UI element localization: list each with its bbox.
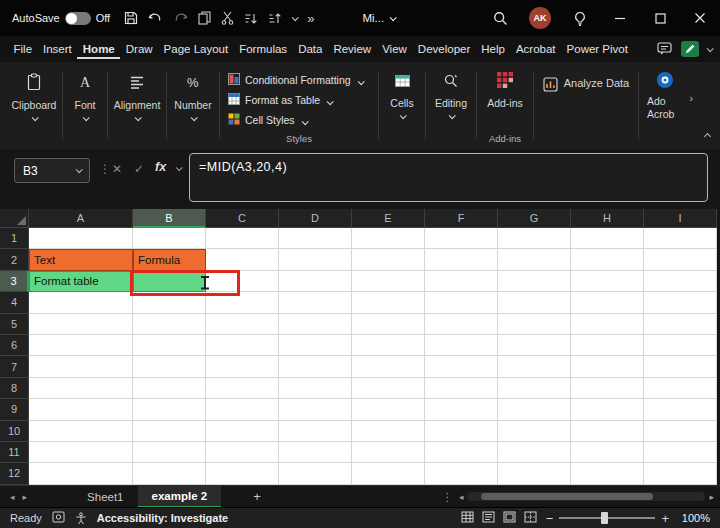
cell-H6[interactable] <box>571 335 644 356</box>
row-header-6[interactable]: 6 <box>0 335 29 356</box>
minimize-icon[interactable] <box>600 0 640 36</box>
cell-G8[interactable] <box>498 378 571 399</box>
cell-H2[interactable] <box>571 249 644 270</box>
cell-C7[interactable] <box>206 356 279 377</box>
column-header-E[interactable]: E <box>352 209 425 228</box>
cell-I3[interactable] <box>644 271 717 292</box>
enter-icon[interactable]: ✓ <box>134 162 144 176</box>
cell-B12[interactable] <box>133 463 206 484</box>
cell-I11[interactable] <box>644 442 717 463</box>
row-header-1[interactable]: 1 <box>0 228 29 249</box>
row-header-3[interactable]: 3 <box>0 271 29 292</box>
cell-D8[interactable] <box>279 378 352 399</box>
cell-E1[interactable] <box>352 228 425 249</box>
cell-A3[interactable]: Format table <box>29 271 133 292</box>
cell-B5[interactable] <box>133 314 206 335</box>
cell-D1[interactable] <box>279 228 352 249</box>
cell-F6[interactable] <box>425 335 498 356</box>
undo-icon[interactable] <box>148 12 163 25</box>
scroll-left-icon[interactable]: ◂ <box>459 492 464 502</box>
cell-G6[interactable] <box>498 335 571 356</box>
cell-F9[interactable] <box>425 399 498 420</box>
cell-I8[interactable] <box>644 378 717 399</box>
cell-I2[interactable] <box>644 249 717 270</box>
cell-E10[interactable] <box>352 421 425 442</box>
format-as-table-button[interactable]: Format as Table <box>228 90 332 110</box>
chevron-down-icon[interactable] <box>176 164 183 171</box>
cell-B6[interactable] <box>133 335 206 356</box>
menu-item-file[interactable]: File <box>8 39 38 59</box>
cell-F2[interactable] <box>425 249 498 270</box>
menu-item-home[interactable]: Home <box>77 39 120 59</box>
cut-icon[interactable] <box>221 11 234 25</box>
menu-item-power-pivot[interactable]: Power Pivot <box>561 39 633 59</box>
sort-descending-icon[interactable] <box>268 12 282 25</box>
column-header-D[interactable]: D <box>279 209 352 228</box>
autosave-toggle[interactable]: AutoSave Off <box>12 12 110 25</box>
cell-C8[interactable] <box>206 378 279 399</box>
zoom-slider-thumb[interactable] <box>601 512 608 524</box>
alignment-group-button[interactable]: Alignment <box>108 62 166 149</box>
cell-G1[interactable] <box>498 228 571 249</box>
cell-F4[interactable] <box>425 292 498 313</box>
workbook-title[interactable]: Mi... <box>362 12 395 24</box>
sheet-tab-sheet1[interactable]: Sheet1 <box>73 486 137 508</box>
cell-F7[interactable] <box>425 356 498 377</box>
cell-F5[interactable] <box>425 314 498 335</box>
accessibility-status[interactable]: Accessibility: Investigate <box>97 512 228 524</box>
cell-B10[interactable] <box>133 421 206 442</box>
cell-H10[interactable] <box>571 421 644 442</box>
search-icon[interactable] <box>480 0 520 36</box>
cell-G3[interactable] <box>498 271 571 292</box>
add-ins-group[interactable]: Add-ins Add-ins <box>477 62 533 149</box>
cell-B11[interactable] <box>133 442 206 463</box>
horizontal-scrollbar[interactable]: ◂ ▸ <box>459 492 714 502</box>
avatar[interactable]: AK <box>520 0 560 36</box>
cell-E7[interactable] <box>352 356 425 377</box>
cell-B2[interactable]: Formula <box>133 249 206 270</box>
cell-I1[interactable] <box>644 228 717 249</box>
cell-A4[interactable] <box>29 292 133 313</box>
menu-item-data[interactable]: Data <box>293 39 328 59</box>
cell-B7[interactable] <box>133 356 206 377</box>
zoom-out-icon[interactable]: − <box>546 511 554 526</box>
cell-C11[interactable] <box>206 442 279 463</box>
cell-C6[interactable] <box>206 335 279 356</box>
select-all-corner[interactable] <box>0 209 29 228</box>
column-header-H[interactable]: H <box>571 209 644 228</box>
chevron-down-icon[interactable] <box>292 14 299 21</box>
cell-C3[interactable] <box>206 271 279 292</box>
cell-E4[interactable] <box>352 292 425 313</box>
cell-H12[interactable] <box>571 463 644 484</box>
cell-D12[interactable] <box>279 463 352 484</box>
cell-E2[interactable] <box>352 249 425 270</box>
sheet-options-icon[interactable]: ⋮ <box>441 490 453 504</box>
number-group-button[interactable]: % Number <box>167 62 219 149</box>
cell-H7[interactable] <box>571 356 644 377</box>
column-header-A[interactable]: A <box>29 209 133 228</box>
add-sheet-button[interactable]: + <box>249 489 265 505</box>
qat-overflow-icon[interactable]: » <box>307 11 314 26</box>
cell-B4[interactable] <box>133 292 206 313</box>
cell-H8[interactable] <box>571 378 644 399</box>
cell-F10[interactable] <box>425 421 498 442</box>
cell-G7[interactable] <box>498 356 571 377</box>
cell-E11[interactable] <box>352 442 425 463</box>
cell-A1[interactable] <box>29 228 133 249</box>
cell-C12[interactable] <box>206 463 279 484</box>
menu-item-page-layout[interactable]: Page Layout <box>158 39 234 59</box>
idea-lightbulb-icon[interactable] <box>560 0 600 36</box>
cell-I4[interactable] <box>644 292 717 313</box>
cell-I10[interactable] <box>644 421 717 442</box>
cell-B9[interactable] <box>133 399 206 420</box>
cell-I9[interactable] <box>644 399 717 420</box>
cell-F3[interactable] <box>425 271 498 292</box>
menu-item-help[interactable]: Help <box>476 39 511 59</box>
cell-D7[interactable] <box>279 356 352 377</box>
acrobat-group[interactable]: Ado Acrob › <box>639 62 691 149</box>
row-header-10[interactable]: 10 <box>0 421 29 442</box>
column-header-I[interactable]: I <box>644 209 717 228</box>
cell-D5[interactable] <box>279 314 352 335</box>
cell-C10[interactable] <box>206 421 279 442</box>
maximize-icon[interactable] <box>640 0 680 36</box>
